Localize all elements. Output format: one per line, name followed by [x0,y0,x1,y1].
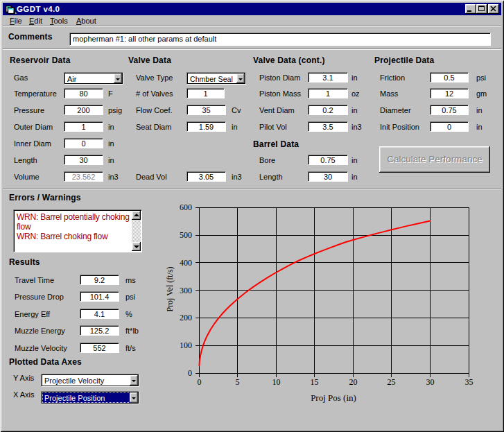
svg-text:0: 0 [188,368,192,378]
svg-text:15: 15 [311,377,319,387]
svg-text:100: 100 [180,340,192,350]
svg-text:200: 200 [180,313,192,322]
svg-text:0: 0 [198,377,202,387]
svg-text:30: 30 [426,377,435,387]
svg-text:300: 300 [180,286,192,295]
svg-text:35: 35 [465,377,473,387]
svg-text:Proj Pos (in): Proj Pos (in) [311,392,356,403]
svg-text:Proj Vel (ft/s): Proj Vel (ft/s) [165,266,175,311]
svg-text:20: 20 [349,377,358,387]
svg-text:500: 500 [180,230,192,240]
svg-text:10: 10 [272,377,281,387]
svg-text:5: 5 [236,377,240,387]
svg-text:400: 400 [180,258,192,268]
svg-text:600: 600 [180,202,192,212]
svg-text:25: 25 [388,377,396,387]
